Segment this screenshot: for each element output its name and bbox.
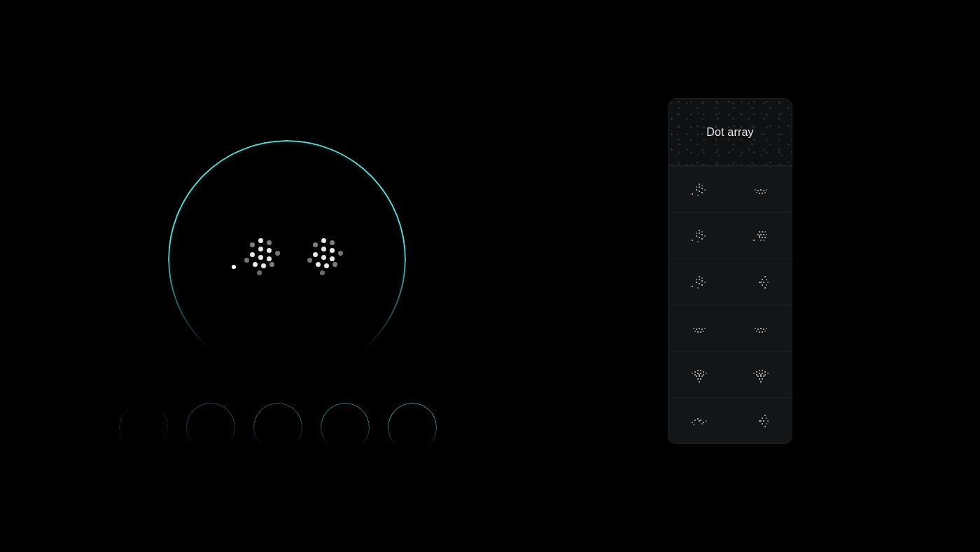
- pattern-option[interactable]: [668, 213, 730, 258]
- orb-thumbnail[interactable]: [253, 403, 302, 452]
- pattern-row: [668, 305, 792, 351]
- stray-dot-icon: [232, 265, 236, 269]
- orb-thumbnail[interactable]: [321, 403, 370, 452]
- pattern-option[interactable]: [730, 213, 792, 258]
- pattern-option[interactable]: [730, 259, 792, 305]
- orb-eyes: [232, 238, 342, 273]
- heart-dots-icon: [699, 374, 700, 375]
- pattern-row: [668, 397, 792, 443]
- pattern-option[interactable]: [668, 167, 730, 212]
- arrow-left-dots-icon: [760, 282, 762, 283]
- orb-thumbnail[interactable]: [119, 403, 168, 452]
- dash-dots-icon: [699, 328, 700, 329]
- dot-array-panel: Dot array: [668, 98, 792, 444]
- pattern-option[interactable]: [730, 398, 792, 443]
- arrow-left-dots-icon: [760, 420, 762, 422]
- pattern-option[interactable]: [668, 352, 730, 397]
- pattern-row: [668, 258, 792, 305]
- dash-dots-icon: [760, 328, 762, 329]
- cluster-dots-icon: [696, 235, 697, 237]
- pattern-row: [668, 166, 792, 212]
- orb-thumbnail[interactable]: [388, 403, 437, 452]
- cluster-dots-icon: [696, 282, 697, 283]
- eye-right-cluster-dots-icon: [307, 238, 342, 273]
- pattern-option[interactable]: [730, 167, 792, 212]
- dash-dots-icon: [760, 189, 762, 191]
- orb-variant-strip: [119, 403, 437, 452]
- wave-dots-icon: [699, 420, 700, 422]
- pattern-option[interactable]: [730, 305, 792, 351]
- pattern-option[interactable]: [668, 398, 730, 443]
- pattern-option[interactable]: [668, 305, 730, 351]
- pattern-row: [668, 212, 792, 258]
- assistant-orb: [168, 140, 406, 378]
- block-dots-icon: [759, 235, 760, 237]
- panel-title: Dot array: [668, 99, 792, 166]
- heart-dots-icon: [760, 374, 762, 375]
- eye-left-cluster-dots-icon: [244, 238, 279, 273]
- cluster-dots-icon: [696, 189, 697, 191]
- pattern-option[interactable]: [730, 352, 792, 397]
- pattern-row: [668, 351, 792, 397]
- pattern-option[interactable]: [668, 259, 730, 305]
- orb-thumbnail[interactable]: [186, 403, 235, 452]
